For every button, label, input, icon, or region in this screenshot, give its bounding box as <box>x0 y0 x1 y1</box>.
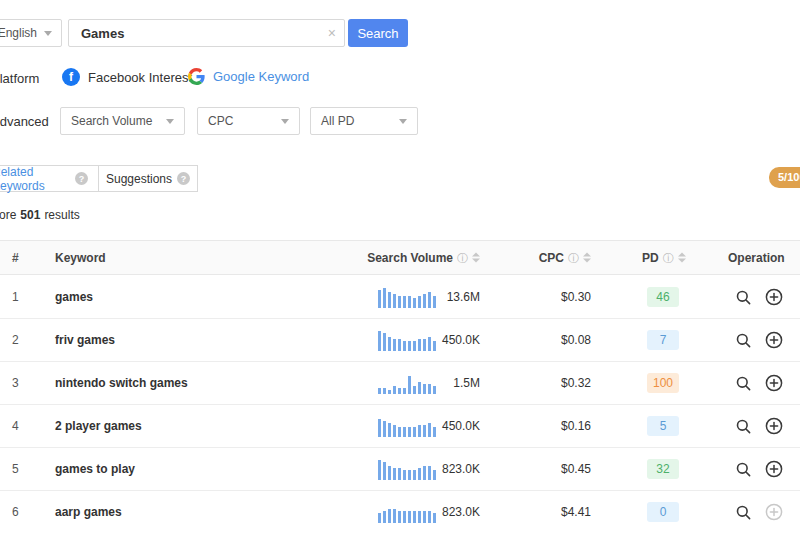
volume-bar <box>433 427 436 437</box>
filter-search-volume-value: Search Volume <box>71 114 152 128</box>
info-icon: ⓘ <box>568 250 579 265</box>
operation-cell <box>735 417 783 435</box>
add-keyword-icon[interactable] <box>765 417 783 435</box>
volume-bar <box>398 511 401 523</box>
platform-option-facebook[interactable]: f Facebook Interest <box>62 68 192 86</box>
results-count: 501 <box>20 208 40 222</box>
row-index: 2 <box>12 333 19 347</box>
tab-related-keywords[interactable]: Related Keywords ? <box>0 165 99 192</box>
volume-bar <box>433 513 436 523</box>
table-row: 42 player games450.0K$0.165 <box>0 405 800 448</box>
chevron-down-icon <box>166 119 174 124</box>
filter-pd-value: All PD <box>321 114 354 128</box>
language-select[interactable]: English <box>0 19 62 47</box>
volume-bar <box>408 470 411 480</box>
search-volume-value: 450.0K <box>442 419 480 433</box>
add-keyword-icon[interactable] <box>765 288 783 306</box>
help-icon[interactable]: ? <box>75 172 88 185</box>
clear-icon[interactable]: × <box>328 26 336 40</box>
lookup-keyword-icon[interactable] <box>735 289 752 306</box>
cpc-value: $0.08 <box>561 333 591 347</box>
cpc-value: $0.30 <box>561 290 591 304</box>
pd-badge: 5 <box>647 416 679 436</box>
add-keyword-icon[interactable] <box>765 374 783 392</box>
page-canvas: English × Search Platform f Facebook Int… <box>0 0 800 533</box>
lookup-keyword-icon[interactable] <box>735 504 752 521</box>
volume-bar <box>398 296 401 308</box>
help-icon[interactable]: ? <box>177 172 190 185</box>
sort-icon[interactable] <box>472 253 480 263</box>
filter-cpc[interactable]: CPC <box>197 107 300 135</box>
keyword-cell[interactable]: 2 player games <box>55 419 142 433</box>
volume-bar <box>383 333 386 351</box>
table-row: 5games to play823.0K$0.4532 <box>0 448 800 491</box>
tab-suggestions[interactable]: Suggestions ? <box>98 165 198 192</box>
volume-bar <box>403 388 406 394</box>
volume-bar <box>413 470 416 480</box>
pd-badge: 46 <box>647 287 679 307</box>
cpc-value: $4.41 <box>561 505 591 519</box>
platform-option-google[interactable]: Google Keyword <box>188 68 309 85</box>
volume-bar <box>408 511 411 523</box>
volume-bar <box>398 427 401 437</box>
lookup-keyword-icon[interactable] <box>735 375 752 392</box>
operation-cell <box>735 460 783 478</box>
add-keyword-icon[interactable] <box>765 460 783 478</box>
facebook-icon: f <box>62 68 80 86</box>
search-input[interactable] <box>68 19 345 47</box>
keyword-cell[interactable]: games to play <box>55 462 135 476</box>
search-volume-value: 823.0K <box>442 462 480 476</box>
volume-bar <box>403 511 406 523</box>
filter-pd[interactable]: All PD <box>310 107 418 135</box>
pd-cell: 0 <box>643 502 683 522</box>
volume-bar <box>423 466 426 480</box>
volume-trend-chart <box>378 415 440 437</box>
info-icon: ⓘ <box>663 250 674 265</box>
volume-bar <box>423 339 426 351</box>
sort-icon[interactable] <box>678 253 686 263</box>
keyword-cell[interactable]: nintendo switch games <box>55 376 188 390</box>
search-button[interactable]: Search <box>348 19 408 47</box>
volume-bar <box>423 425 426 437</box>
lookup-keyword-icon[interactable] <box>735 332 752 349</box>
filter-search-volume[interactable]: Search Volume <box>60 107 185 135</box>
sort-icon[interactable] <box>583 253 591 263</box>
lookup-keyword-icon[interactable] <box>735 461 752 478</box>
platform-facebook-label: Facebook Interest <box>88 70 192 85</box>
keyword-cell[interactable]: games <box>55 290 93 304</box>
volume-bar <box>398 339 401 351</box>
volume-bar <box>383 421 386 437</box>
header-cpc[interactable]: CPC ⓘ <box>539 250 591 265</box>
volume-bar <box>393 386 396 394</box>
lookup-keyword-icon[interactable] <box>735 418 752 435</box>
volume-bar <box>388 337 391 351</box>
chevron-down-icon <box>281 119 289 124</box>
volume-bar <box>383 388 386 394</box>
header-search-volume[interactable]: Search Volume ⓘ <box>367 250 480 265</box>
header-index: # <box>12 251 19 265</box>
volume-bar <box>413 386 416 394</box>
volume-bar <box>428 423 431 437</box>
volume-bar <box>408 427 411 437</box>
header-search-volume-label: Search Volume <box>367 251 453 265</box>
platform-google-label: Google Keyword <box>213 69 309 84</box>
pd-cell: 5 <box>643 416 683 436</box>
header-pd[interactable]: PD ⓘ <box>642 250 686 265</box>
volume-bar <box>388 466 391 480</box>
volume-bar <box>423 384 426 394</box>
add-keyword-icon[interactable] <box>765 503 783 521</box>
platform-label: Platform <box>0 71 39 86</box>
volume-bar <box>428 337 431 351</box>
header-keyword: Keyword <box>55 251 106 265</box>
operation-cell <box>735 374 783 392</box>
volume-bar <box>428 292 431 308</box>
keyword-cell[interactable]: aarp games <box>55 505 122 519</box>
keyword-cell[interactable]: friv games <box>55 333 115 347</box>
volume-bar <box>398 468 401 480</box>
header-pd-label: PD <box>642 251 659 265</box>
add-keyword-icon[interactable] <box>765 331 783 349</box>
volume-bar <box>393 294 396 308</box>
google-icon <box>188 68 205 85</box>
volume-bar <box>398 388 401 394</box>
volume-bar <box>408 296 411 308</box>
